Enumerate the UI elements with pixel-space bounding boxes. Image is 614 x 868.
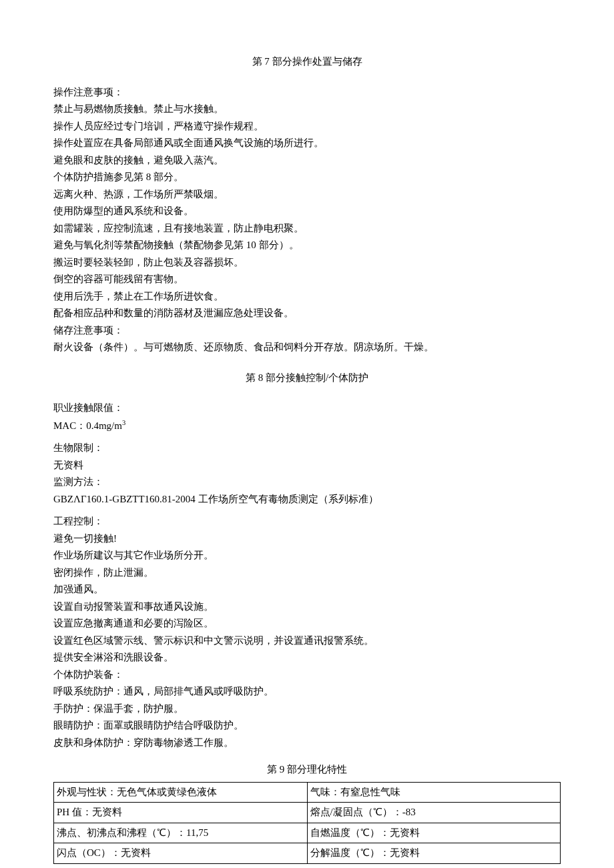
- eng-line: 避免一切接触!: [53, 530, 561, 548]
- section-8-title: 第 8 部分接触控制/个体防护: [53, 370, 561, 387]
- eng-line: 作业场所建议与其它作业场所分开。: [53, 547, 561, 564]
- op-line: 使用后洗手，禁止在工作场所进饮食。: [53, 288, 561, 306]
- ppe-heading: 个体防护装备：: [53, 667, 561, 684]
- op-line: 搬运时要轻装轻卸，防止包装及容器损坏。: [53, 254, 561, 272]
- ppe-line: 呼吸系统防护：通风，局部排气通风或呼吸防护。: [53, 683, 561, 701]
- operation-heading: 操作注意事项：: [53, 84, 561, 101]
- eng-line: 设置应急撤离通道和必要的泻险区。: [53, 615, 561, 632]
- prop-cell: 分解温度（℃）：无资料: [307, 843, 561, 864]
- bio-heading: 生物限制：: [53, 440, 561, 457]
- table-row: PH 值：无资料 熔点/凝固点（℃）：-83: [54, 803, 561, 823]
- table-row: 沸点、初沸点和沸程（℃）：11,75 自燃温度（℃）：无资料: [54, 823, 561, 843]
- table-row: 闪点（OC）：无资料 分解温度（℃）：无资料: [54, 843, 561, 864]
- prop-cell: 熔点/凝固点（℃）：-83: [307, 803, 561, 823]
- section-9-title: 第 9 部分理化特性: [53, 761, 561, 779]
- exposure-heading: 职业接触限值：: [53, 400, 561, 417]
- eng-heading: 工程控制：: [53, 513, 561, 530]
- mac-sup: 3: [122, 419, 125, 426]
- mac-value: MAC：0.4mg/m3: [53, 417, 561, 435]
- op-line: 避免与氧化剂等禁配物接触（禁配物参见第 10 部分）。: [53, 237, 561, 254]
- eng-line: 密闭操作，防止泄漏。: [53, 564, 561, 582]
- op-line: 如需罐装，应控制流速，且有接地装置，防止静电积聚。: [53, 220, 561, 238]
- eng-line: 加强通风。: [53, 581, 561, 598]
- prop-cell: 气味：有窒息性气味: [307, 782, 561, 803]
- section-7-title: 第 7 部分操作处置与储存: [53, 53, 561, 71]
- monitor-value: GBZΛΓ160.1-GBZTT160.81-2004 工作场所空气有毒物质测定…: [53, 491, 561, 508]
- op-line: 个体防护措施参见第 8 部分。: [53, 169, 561, 186]
- eng-line: 设置红色区域警示线、警示标识和中文警示说明，并设置通讯报警系统。: [53, 632, 561, 650]
- op-line: 配备相应品种和数量的消防器材及泄漏应急处理设备。: [53, 305, 561, 322]
- table-row: 外观与性状：无色气体或黄绿色液体 气味：有窒息性气味: [54, 782, 561, 803]
- monitor-heading: 监测方法：: [53, 474, 561, 491]
- eng-line: 设置自动报警装置和事故通风设施。: [53, 598, 561, 616]
- op-line: 倒空的容器可能残留有害物。: [53, 271, 561, 288]
- op-line: 使用防爆型的通风系统和设备。: [53, 203, 561, 220]
- prop-cell: PH 值：无资料: [54, 803, 308, 823]
- op-line: 避免眼和皮肤的接触，避免吸入蒸汽。: [53, 152, 561, 169]
- prop-cell: 沸点、初沸点和沸程（℃）：11,75: [54, 823, 308, 843]
- op-line: 禁止与易燃物质接触。禁止与水接触。: [53, 101, 561, 118]
- storage-line: 耐火设备（条件）。与可燃物质、还原物质、食品和饲料分开存放。阴凉场所。干燥。: [53, 339, 561, 356]
- prop-cell: 自燃温度（℃）：无资料: [307, 823, 561, 843]
- mac-text: MAC：0.4mg/m: [53, 420, 122, 431]
- bio-value: 无资料: [53, 457, 561, 474]
- eng-line: 提供安全淋浴和洗眼设备。: [53, 649, 561, 667]
- prop-cell: 闪点（OC）：无资料: [54, 843, 308, 864]
- prop-cell: 外观与性状：无色气体或黄绿色液体: [54, 782, 308, 803]
- ppe-line: 手防护：保温手套，防护服。: [53, 701, 561, 718]
- properties-table: 外观与性状：无色气体或黄绿色液体 气味：有窒息性气味 PH 值：无资料 熔点/凝…: [53, 782, 561, 864]
- op-line: 操作人员应经过专门培训，严格遵守操作规程。: [53, 118, 561, 135]
- op-line: 远离火种、热源，工作场所严禁吸烟。: [53, 186, 561, 203]
- ppe-line: 眼睛防护：面罩或眼睛防护结合呼吸防护。: [53, 717, 561, 735]
- op-line: 操作处置应在具备局部通风或全面通风换气设施的场所进行。: [53, 135, 561, 152]
- storage-heading: 储存注意事项：: [53, 322, 561, 340]
- ppe-line: 皮肤和身体防护：穿防毒物渗透工作服。: [53, 735, 561, 752]
